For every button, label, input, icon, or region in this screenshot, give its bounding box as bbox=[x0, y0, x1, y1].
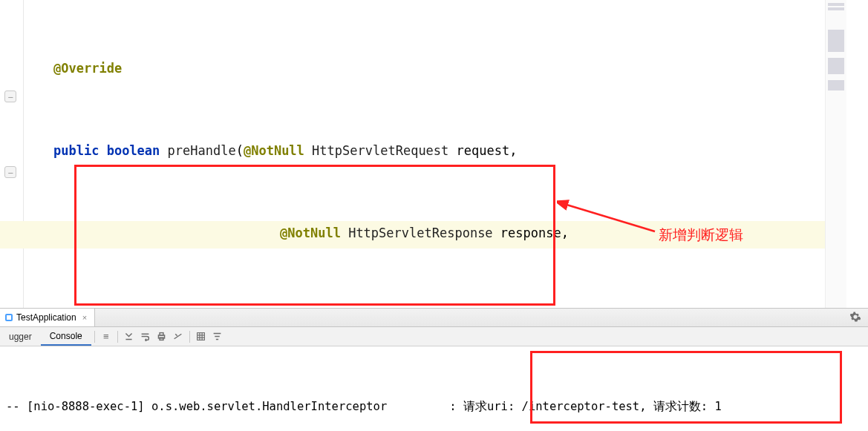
debugger-tab[interactable]: ugger bbox=[0, 327, 41, 346]
toolbar-separator bbox=[94, 331, 95, 343]
svg-rect-4 bbox=[160, 333, 163, 335]
toolbar-list-icon[interactable]: ≡ bbox=[98, 329, 114, 345]
code-content[interactable]: @Override public boolean preHandle(@NotN… bbox=[24, 0, 846, 308]
run-tab-testapplication[interactable]: TestApplication × bbox=[0, 309, 95, 326]
console-line: -- [nio-8888-exec-1] o.s.web.servlet.Han… bbox=[6, 395, 862, 418]
editor-gutter: − − bbox=[0, 0, 24, 308]
editor-minimap[interactable] bbox=[825, 0, 846, 308]
collapse-marker-icon[interactable]: − bbox=[4, 166, 16, 178]
annotation: @Override bbox=[53, 61, 122, 76]
code-line: @NotNull Object handler) { bbox=[24, 302, 846, 308]
svg-rect-5 bbox=[160, 338, 163, 340]
toolbar-separator bbox=[117, 331, 118, 343]
annotation-label: 新增判断逻辑 bbox=[659, 226, 743, 245]
debug-toolbar: ugger Console ≡ bbox=[0, 327, 868, 346]
grid-icon[interactable] bbox=[193, 329, 209, 345]
clear-icon[interactable] bbox=[170, 329, 186, 345]
run-tool-window-tabs: TestApplication × bbox=[0, 308, 868, 327]
run-config-icon bbox=[4, 313, 13, 322]
scroll-to-end-icon[interactable] bbox=[121, 329, 137, 345]
svg-rect-6 bbox=[198, 333, 205, 340]
gear-icon[interactable] bbox=[843, 312, 868, 324]
svg-rect-2 bbox=[7, 315, 11, 320]
toolbar-separator bbox=[189, 331, 190, 343]
code-line: @Override bbox=[24, 55, 846, 82]
close-icon[interactable]: × bbox=[82, 313, 87, 322]
print-icon[interactable] bbox=[154, 329, 170, 345]
collapse-marker-icon[interactable]: − bbox=[4, 91, 16, 102]
code-line: public boolean preHandle(@NotNull HttpSe… bbox=[24, 137, 846, 165]
soft-wrap-icon[interactable] bbox=[137, 329, 154, 345]
console-tab[interactable]: Console bbox=[41, 327, 91, 346]
code-editor[interactable]: − − @Override public boolean preHandle(@… bbox=[0, 0, 846, 308]
filter-icon[interactable] bbox=[209, 329, 226, 345]
console-output[interactable]: -- [nio-8888-exec-1] o.s.web.servlet.Han… bbox=[0, 346, 868, 431]
run-tab-label: TestApplication bbox=[16, 312, 76, 323]
